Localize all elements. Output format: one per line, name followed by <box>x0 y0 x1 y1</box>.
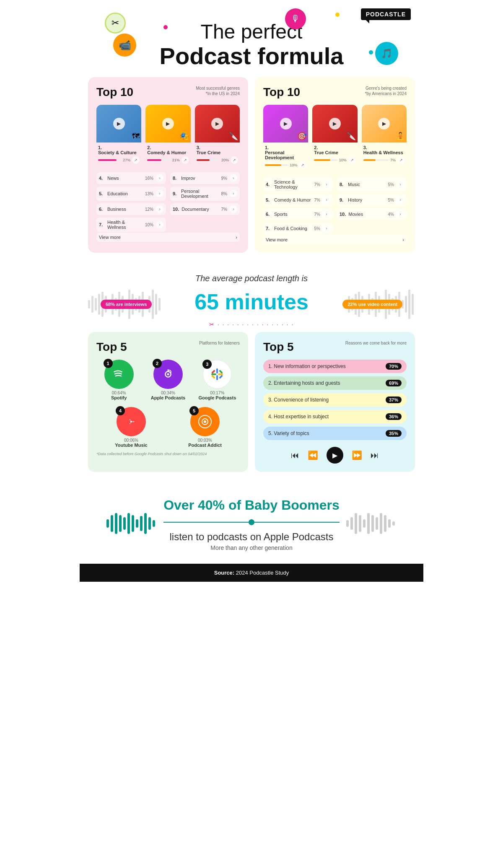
header-title-area: The perfect Podcast formula <box>96 13 407 69</box>
svg-rect-83 <box>371 515 374 532</box>
svg-rect-20 <box>155 294 157 315</box>
apple-logo: 2 <box>153 360 183 389</box>
list-item: 8. Music 5% › <box>337 177 407 192</box>
genre-img-wellness: ▶ 🧘 <box>362 105 407 143</box>
genre-label-2: 2. Comedy & Humor 21% ↗ <box>145 143 190 166</box>
play-button-wellness[interactable]: ▶ <box>378 118 390 130</box>
genre-label-wellness: 3. Health & Wellness 7% ↗ <box>362 143 407 166</box>
list-item: 6. Sports 7% › <box>263 208 333 220</box>
svg-rect-80 <box>359 515 361 532</box>
arrow-icon: › <box>397 196 404 204</box>
svg-rect-66 <box>111 515 113 532</box>
genre-bar-row-1: 27% ↗ <box>98 156 140 164</box>
genre-list-left: 4. News 16% › 8. Improv 9% › 5. Educatio… <box>96 172 240 232</box>
boomers-text: Over 40% of Baby Boomers listen to podca… <box>163 497 340 551</box>
genre-bar-row-truecrime2: 10% ↗ <box>314 156 355 164</box>
svg-point-47 <box>167 373 169 376</box>
svg-rect-0 <box>88 300 90 308</box>
svg-rect-70 <box>127 513 130 534</box>
footer-source-label: Source: <box>214 570 234 576</box>
genre-progress-truecrime2 <box>314 159 337 161</box>
svg-rect-67 <box>115 513 117 534</box>
panel-right-header: Top 10 Genre's being created *by America… <box>263 86 407 99</box>
boomers-dot <box>249 519 254 525</box>
arrow-icon: › <box>397 210 404 218</box>
panel-reasons: Top 5 Reasons we come back for more 1. N… <box>255 332 415 472</box>
platform-spotify: 1 00:64% Spotify <box>96 360 141 400</box>
top10-right-label: Top 10 <box>263 86 300 99</box>
svg-rect-79 <box>355 513 357 534</box>
panel-left-header: Top 10 Most successful genres *In the US… <box>96 86 240 99</box>
reason-item-3: 3. Convenience of listening 37% <box>263 393 407 407</box>
skip-forward-end-button[interactable]: ⏭ <box>371 451 379 460</box>
play-button-comedy[interactable]: ▶ <box>162 118 174 130</box>
boomers-content: Over 40% of Baby Boomers listen to podca… <box>96 497 407 551</box>
google-logo: 3 <box>202 360 232 389</box>
fast-forward-button[interactable]: ⏩ <box>352 450 362 460</box>
play-pause-button[interactable]: ▶ <box>327 447 343 464</box>
reason-item-5: 5. Variety of topics 35% <box>263 427 407 440</box>
arrow-icon: › <box>230 174 237 182</box>
svg-rect-51 <box>216 375 218 380</box>
genre-bar-row-personal: 10% ↗ <box>265 161 306 169</box>
genre-progress-personal <box>265 164 288 166</box>
svg-rect-76 <box>153 520 155 527</box>
top10-left-label: Top 10 <box>96 86 133 99</box>
boomers-subtitle: listen to podcasts on Apple Podcasts <box>163 531 340 543</box>
platforms-bottom2: 4 00:06% Youtube Music 5 <box>96 407 240 448</box>
view-more-right[interactable]: View more › <box>263 235 407 244</box>
reasons-header: Top 5 Reasons we come back for more <box>263 340 407 354</box>
boomers-line-decoration <box>163 519 340 525</box>
arrow-icon: › <box>156 221 163 228</box>
arrow-icon: › <box>323 210 330 218</box>
boomers-note: More than any other generation <box>163 544 340 551</box>
play-button-personal[interactable]: ▶ <box>280 118 292 130</box>
genre-progress-2 <box>147 159 170 161</box>
length-label: The average podcast length is <box>88 274 415 283</box>
svg-rect-78 <box>350 517 353 530</box>
list-item: 6. Business 12% › <box>96 203 166 215</box>
play-button-truecrime2[interactable]: ▶ <box>329 118 341 130</box>
list-item: 7. Food & Cooking 5% › <box>263 223 333 234</box>
arrow-icon: › <box>323 181 330 188</box>
genre-label-3: 3. True Crime 20% ↗ <box>195 143 240 166</box>
svg-point-64 <box>204 420 206 423</box>
spotify-logo: 1 <box>104 360 134 389</box>
platforms-header: Top 5 Platforms for listeners <box>96 340 240 354</box>
genre-progress-3 <box>197 159 220 161</box>
svg-rect-65 <box>106 519 109 528</box>
genre-bar-fill-3 <box>197 159 210 161</box>
svg-rect-41 <box>405 296 407 313</box>
svg-rect-71 <box>132 515 134 532</box>
list-item: 4. News 16% › <box>96 172 166 184</box>
svg-rect-85 <box>380 513 382 534</box>
play-button-truecrime[interactable]: ▶ <box>211 118 223 130</box>
genre-img-truecrime: ▶ 🔪 <box>195 105 240 143</box>
skip-back-start-button[interactable]: ⏮ <box>291 451 299 460</box>
genre-bar-fill-wellness <box>363 159 376 161</box>
footer-source-text: 2024 Podcastle Study <box>236 570 289 576</box>
platform-apple: 2 00:34% Apple Podcasts <box>145 360 190 400</box>
dotted-line: ✂ · · · · · · · · · · · · · · · · <box>88 321 415 328</box>
genre-img-comedy: ▶ 🎭 <box>145 105 190 143</box>
svg-rect-86 <box>384 515 386 532</box>
panel-successful-genres: Top 10 Most successful genres *In the US… <box>88 77 248 253</box>
svg-rect-82 <box>367 513 370 534</box>
play-button-society[interactable]: ▶ <box>113 118 125 130</box>
svg-rect-81 <box>363 519 366 528</box>
view-more-left[interactable]: View more › <box>96 233 240 242</box>
genre-img-society: ▶ 🗺 <box>96 105 141 143</box>
list-item: 10. Documentary 7% › <box>170 203 240 215</box>
platforms-label: Top 5 <box>96 340 127 354</box>
genre-bar-fill-2 <box>147 159 161 161</box>
header-section: ✂ 🎙 📹 🎵 The perfect Podcast formula PODC… <box>80 0 423 77</box>
boomers-line-left <box>163 522 249 523</box>
list-item: 5. Education 13% › <box>96 187 166 201</box>
rewind-button[interactable]: ⏪ <box>308 450 318 460</box>
arrow-icon: › <box>156 190 163 197</box>
player-controls: ⏮ ⏪ ▶ ⏩ ⏭ <box>263 447 407 464</box>
badge-interviews: 68% are interviews <box>101 300 152 309</box>
top-panels-row: Top 10 Most successful genres *In the US… <box>88 77 415 253</box>
genre-bar-row-3: 20% ↗ <box>197 156 238 164</box>
list-item: 10. Movies 4% › <box>337 208 407 220</box>
